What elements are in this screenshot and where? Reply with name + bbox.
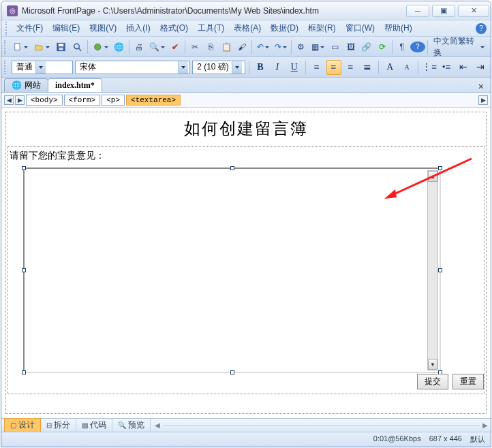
preview-button[interactable]: 🔍: [147, 39, 168, 54]
tab-website[interactable]: 🌐 网站: [4, 78, 48, 92]
underline-button[interactable]: U: [287, 60, 302, 75]
resize-handle[interactable]: [230, 166, 234, 170]
format-toolbar: 普通 宋体 2 (10 磅) B I U ≡ ≡ ≡ ≣ A A ⋮≡ •≡ ⇤…: [1, 57, 491, 78]
design-editor[interactable]: 如何创建留言簿 请留下您的宝贵意见： ▲ ▼: [1, 108, 491, 418]
indent-button[interactable]: ⇥: [473, 60, 488, 75]
web-component-button[interactable]: ⚙: [294, 39, 309, 54]
resize-handle[interactable]: [22, 268, 26, 272]
open-button[interactable]: [31, 39, 52, 54]
window-title: Microsoft FrontPage - C:\Users\Administr…: [22, 6, 406, 16]
menu-data[interactable]: 数据(D): [266, 21, 303, 35]
insert-table-button[interactable]: ▦: [309, 39, 327, 54]
redo-button[interactable]: ↷: [272, 39, 289, 54]
svg-rect-2: [59, 44, 64, 46]
publish-button[interactable]: [90, 39, 111, 54]
insert-picture-button[interactable]: 🖼: [343, 39, 358, 54]
align-left-button[interactable]: ≡: [309, 60, 324, 75]
tagpath-end-button[interactable]: ▶: [478, 95, 488, 105]
svg-rect-0: [15, 43, 20, 50]
increase-font-button[interactable]: A: [382, 60, 397, 75]
align-justify-button[interactable]: ≣: [360, 60, 375, 75]
view-design[interactable]: ▢设计: [4, 418, 41, 432]
help-button[interactable]: ?: [410, 42, 425, 52]
textarea-scrollbar[interactable]: ▲ ▼: [427, 170, 438, 370]
align-center-button[interactable]: ≡: [326, 60, 341, 75]
save-button[interactable]: [53, 39, 69, 54]
paste-button[interactable]: 📋: [219, 39, 234, 54]
prompt-text[interactable]: 请留下您的宝贵意见：: [8, 147, 484, 166]
tag-p[interactable]: <p>: [102, 95, 125, 106]
cut-button[interactable]: ✂: [187, 39, 202, 54]
reset-button[interactable]: 重置: [452, 374, 484, 389]
scroll-right-icon[interactable]: ▶: [482, 421, 488, 429]
menu-edit[interactable]: 编辑(E): [48, 21, 84, 35]
document-tabs: 🌐 网站 index.htm* ×: [1, 78, 491, 93]
numbered-list-button[interactable]: ⋮≡: [422, 60, 437, 75]
tagpath-next-button[interactable]: ▶: [15, 95, 25, 105]
submit-button[interactable]: 提交: [417, 374, 448, 389]
menu-frame[interactable]: 框架(R): [304, 21, 340, 35]
style-combo[interactable]: 普通: [12, 61, 73, 74]
refresh-button[interactable]: ⟳: [375, 39, 390, 54]
scroll-left-icon[interactable]: ◀: [155, 421, 160, 429]
spellcheck-button[interactable]: ✔: [168, 39, 183, 54]
maximize-button[interactable]: ▣: [432, 5, 455, 17]
search-button[interactable]: [70, 39, 85, 54]
decrease-font-button[interactable]: A: [399, 60, 414, 75]
outdent-button[interactable]: ⇤: [456, 60, 471, 75]
tag-form[interactable]: <form>: [64, 95, 101, 106]
menu-table[interactable]: 表格(A): [230, 21, 265, 35]
resize-handle[interactable]: [22, 370, 26, 374]
menu-tools[interactable]: 工具(T): [194, 21, 228, 35]
menu-window[interactable]: 窗口(W): [341, 21, 379, 35]
minimize-button[interactable]: ─: [406, 5, 429, 17]
tagpath-prev-button[interactable]: ◀: [4, 95, 14, 105]
menu-insert[interactable]: 插入(I): [122, 21, 154, 35]
format-painter-button[interactable]: 🖌: [234, 39, 249, 54]
tab-indexhtm[interactable]: index.htm*: [48, 78, 102, 92]
svg-line-5: [78, 48, 81, 50]
undo-button[interactable]: ↶: [254, 39, 271, 54]
font-combo[interactable]: 宋体: [75, 61, 190, 74]
tag-body[interactable]: <body>: [26, 95, 63, 106]
cn-convert-button[interactable]: 中文简繁转换: [430, 39, 488, 54]
insert-layer-button[interactable]: ▭: [328, 39, 343, 54]
copy-button[interactable]: ⎘: [203, 39, 218, 54]
scroll-up-button[interactable]: ▲: [428, 171, 437, 182]
close-tab-button[interactable]: ×: [474, 81, 488, 92]
view-mode-tabs: ▢设计 ⊟拆分 ▤代码 🔍预览 ◀ ▶: [1, 418, 491, 432]
menu-file[interactable]: 文件(F): [12, 21, 47, 35]
resize-handle[interactable]: [438, 166, 442, 170]
help-icon[interactable]: ?: [476, 23, 487, 34]
titlebar: ◎ Microsoft FrontPage - C:\Users\Adminis…: [1, 1, 491, 20]
scroll-down-button[interactable]: ▼: [428, 359, 437, 370]
show-all-button[interactable]: ¶: [395, 39, 410, 54]
statusbar: 0:01@56Kbps 687 x 446 默认: [1, 432, 491, 447]
grip-icon: [4, 61, 7, 74]
page-heading[interactable]: 如何创建留言簿: [6, 112, 486, 144]
view-preview[interactable]: 🔍预览: [112, 419, 151, 432]
code-icon: ▤: [82, 421, 88, 429]
tag-textarea[interactable]: <textarea>: [126, 95, 181, 106]
align-right-button[interactable]: ≡: [343, 60, 358, 75]
resize-handle[interactable]: [22, 166, 26, 170]
print-button[interactable]: 🖨: [132, 39, 147, 54]
close-button[interactable]: ✕: [458, 5, 489, 17]
menu-format[interactable]: 格式(O): [156, 21, 192, 35]
menu-view[interactable]: 视图(V): [85, 21, 121, 35]
resize-handle[interactable]: [230, 370, 234, 374]
view-split[interactable]: ⊟拆分: [41, 419, 76, 432]
resize-handle[interactable]: [438, 268, 442, 272]
bullet-list-button[interactable]: •≡: [439, 60, 454, 75]
preview-browser-button[interactable]: 🌐: [112, 39, 127, 54]
bold-button[interactable]: B: [253, 60, 268, 75]
view-code[interactable]: ▤代码: [76, 419, 112, 432]
italic-button[interactable]: I: [270, 60, 285, 75]
app-window: ◎ Microsoft FrontPage - C:\Users\Adminis…: [1, 1, 491, 447]
svg-rect-3: [59, 47, 63, 50]
guestbook-textarea[interactable]: ▲ ▼: [23, 167, 441, 373]
menu-help[interactable]: 帮助(H): [380, 21, 416, 35]
fontsize-combo[interactable]: 2 (10 磅): [192, 61, 245, 74]
new-button[interactable]: [10, 39, 31, 54]
hyperlink-button[interactable]: 🔗: [359, 39, 374, 54]
